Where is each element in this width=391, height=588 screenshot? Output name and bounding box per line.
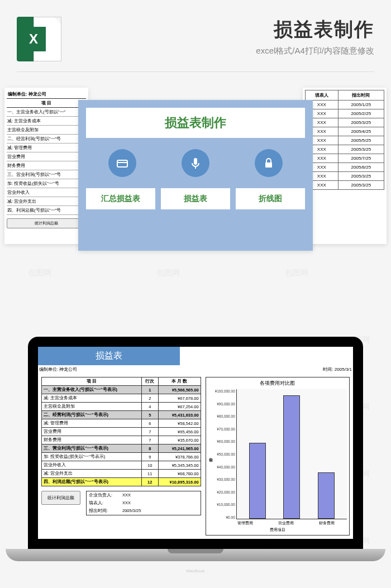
table-row: 营业外收入10¥5,345,345.00 [42,461,201,470]
th-month: 本 月 数 [158,377,201,386]
col-filler: 填表人 [306,90,338,101]
table-row: 加: 投资收益(损失以"一"号 [7,179,86,188]
info-row: 填表人:XXX [87,499,201,507]
table-row: XXX2005/3/25 [306,172,384,181]
laptop-mockup: 损益表 编制单位: 神龙公司 时间: 2005/3/1 项 目 行次 本 月 数… [0,337,391,588]
table-row: 营业费用 [7,152,86,161]
th-item: 项 目 [42,377,142,386]
table-row: 一、主营业务收入(亏损以"一"号表示)1¥5,566,565.00 [42,386,201,394]
table-row: XXX2005/8/25 [306,163,384,172]
bar [318,472,335,519]
table-row: XXX2005/4/25 [306,127,384,136]
table-row: 一、主营业务收入(亏损以"一" [7,108,86,117]
laptop-brand: MacBook [186,568,204,573]
x-tick: 营业费用 [278,520,294,526]
excel-file-icon: X [17,17,61,61]
table-row: 减: 主营业务成本2¥67,678.00 [42,394,201,403]
divider [17,71,374,72]
table-row: 营业费用7¥95,456.00 [42,428,201,436]
table-row: 三、营业利润(亏损以"一"号表示)8¥5,241,965.00 [42,444,201,453]
unit-text: 编制单位: 神龙公司 [39,366,77,372]
time-value: 2005/3/1 [335,367,352,372]
chart-bars [236,389,347,519]
th-row: 行次 [141,377,158,386]
table-row: XXX2005/1/25 [306,101,384,109]
table-row: 主营税金及附加4¥67,254.00 [42,403,201,411]
x-axis: 管理费用营业费用财务费用 [208,519,347,526]
tab-summary[interactable]: 汇总损益表 [86,188,155,209]
preview-card-left: 编制单位: 神龙公司 项 目 一、主营业务收入(亏损以"一"减: 主营业务成本 … [4,88,88,244]
table-row: 二、经营利润(亏损以"一"号表示)5¥5,431,633.00 [42,411,201,419]
laptop-base [6,549,385,561]
bar [283,395,300,519]
table-row: XXX2005/3/25 [306,118,384,127]
table-row: XXX2005/2/25 [306,109,384,118]
table-row: 四、利润总额(亏损以"一"号 [7,206,86,215]
table-row: 减: 管理费用 [7,144,86,152]
bar [249,443,266,519]
table-row: 财务费用 [7,161,86,170]
page-subtitle: excel格式/A4打印/内容随意修改 [73,46,374,56]
unit-label: 编制单位: 神龙公司 [7,90,86,99]
stat-button[interactable]: 统计利润总额 [7,218,86,228]
table-row: 二、经营利润(亏损以"一"号 [7,135,86,144]
table-row: 减: 主营业务成本 [7,117,86,126]
x-axis-label: 费用项目 [208,527,347,533]
table-row: XXX2005/7/25 [306,154,384,163]
y-axis: ¥100,000.00¥90,000.00¥80,000.00¥70,000.0… [215,389,236,519]
preview-area: 编制单位: 神龙公司 项 目 一、主营业务收入(亏损以"一"减: 主营业务成本 … [0,83,391,290]
table-row: 三、营业利润(亏损以"一"号 [7,170,86,179]
mic-icon [182,149,209,177]
table-row: 营业外收入 [7,188,86,197]
table-row: XXX2005/3/25 [306,181,384,190]
info-row: 报出时间:2005/3/25 [87,507,201,515]
table-row: 减: 管理费用6¥58,542.00 [42,419,201,428]
chart-title: 各项费用对比图 [208,380,347,387]
page-title: 损益表制作 [73,17,374,42]
time-label: 时间: [323,367,333,372]
table-row: XXX2005/5/25 [306,136,384,145]
mini-table: 填表人 报出时间 XXX2005/1/25XXX2005/2/25XXX2005… [305,90,384,190]
svg-rect-2 [194,158,197,165]
table-row: 四、利润总额(亏损以"一"号表示)12¥10,895,316.00 [42,478,201,486]
sheet-title: 损益表 [38,347,180,365]
stat-total-button[interactable]: 统计利润总额 [41,491,80,505]
column-header: 项 目 [7,99,86,108]
table-row: 财务费用7¥35,670.00 [42,436,201,444]
preview-card-right: 填表人 报出时间 XXX2005/1/25XXX2005/2/25XXX2005… [303,88,387,244]
info-box: 企业负责人:XXX填表人:XXX报出时间:2005/3/25 [86,491,201,515]
table-row: 减: 营业外支出 [7,197,86,206]
lock-icon [255,149,283,177]
table-row: 减: 营业外支出11¥68,780.00 [42,470,201,478]
x-tick: 财务费用 [319,520,335,526]
col-date: 报出时间 [338,90,384,101]
card-icon [108,149,136,177]
preview-card-center: 损益表制作 汇总损益表 损益表 折线图 [78,100,313,251]
x-tick: 管理费用 [237,520,253,526]
info-row: 企业负责人:XXX [87,491,201,499]
table-row: 主营税金及附加 [7,126,86,135]
table-row: 加: 投资收益(损失以"一"号表示)9¥378,786.00 [42,453,201,461]
income-table: 项 目 行次 本 月 数 一、主营业务收入(亏损以"一"号表示)1¥5,566,… [41,377,201,486]
svg-rect-4 [265,162,272,168]
header: X 损益表制作 excel格式/A4打印/内容随意修改 [0,0,391,67]
svg-rect-0 [117,160,127,167]
table-row: XXX2005/3/25 [306,145,384,154]
tab-sheet[interactable]: 损益表 [161,188,230,209]
center-title: 损益表制作 [86,108,305,138]
tab-linechart[interactable]: 折线图 [236,188,305,209]
chart-panel: 各项费用对比图 金额 ¥100,000.00¥90,000.00¥80,000.… [206,377,350,536]
